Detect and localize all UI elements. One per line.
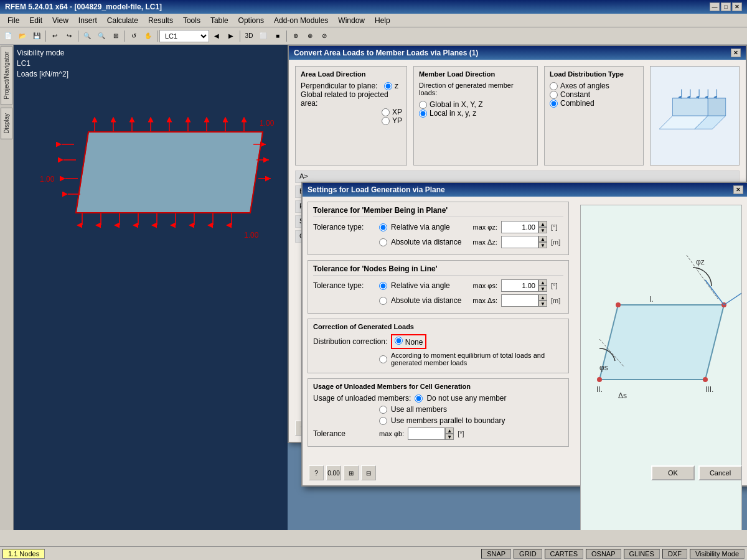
svg-marker-41 — [599, 305, 724, 380]
svg-marker-0 — [76, 132, 263, 213]
tb-pan[interactable]: ✋ — [141, 29, 155, 43]
deltas-up-btn[interactable]: ▲ — [538, 294, 547, 301]
phib-up-btn[interactable]: ▲ — [445, 427, 454, 434]
tb-more2[interactable]: ⊗ — [303, 29, 317, 43]
radio-global-xyz[interactable] — [419, 101, 427, 109]
radio-use-parallel[interactable] — [379, 417, 387, 425]
sub-ok-button[interactable]: OK — [651, 465, 695, 480]
radio-yp[interactable] — [382, 117, 390, 125]
radio-do-not-use[interactable] — [415, 394, 423, 403]
max-deltaz-input[interactable] — [501, 236, 538, 248]
tb-undo[interactable]: ↩ — [48, 29, 62, 43]
main-dialog-titlebar[interactable]: Convert Area Loads to Member Loads via P… — [289, 46, 746, 60]
radio-constant[interactable] — [550, 91, 558, 99]
menu-table[interactable]: Table — [205, 15, 233, 26]
max-phiz-input[interactable] — [501, 221, 538, 233]
label-do-not-use: Do not use any member — [426, 394, 506, 403]
deltaz-up-btn[interactable]: ▲ — [538, 236, 547, 242]
phis-down-btn[interactable]: ▼ — [538, 286, 547, 292]
tolerance-plane-section: Tolerance for 'Member Being in Plane' To… — [308, 202, 569, 255]
menu-file[interactable]: File — [2, 15, 24, 26]
status-grid[interactable]: GRID — [514, 549, 542, 559]
status-glines[interactable]: GLINES — [624, 549, 660, 559]
radio-combined[interactable] — [550, 100, 558, 108]
svg-text:φs: φs — [599, 363, 608, 372]
sub-dialog-body: Tolerance for 'Member Being in Plane' To… — [303, 197, 747, 457]
member-load-direction-section: Member Load Direction Direction of gener… — [413, 66, 538, 166]
maximize-btn[interactable]: □ — [721, 2, 731, 11]
project-navigator-tab[interactable]: Project/Navigator — [1, 46, 12, 105]
tb-redo[interactable]: ↪ — [62, 29, 76, 43]
phis-up-btn[interactable]: ▲ — [538, 279, 547, 286]
menu-window[interactable]: Window — [333, 15, 370, 26]
svg-point-51 — [703, 377, 708, 382]
tb-next[interactable]: ▶ — [224, 29, 238, 43]
menu-calculate[interactable]: Calculate — [102, 15, 143, 26]
sub-dialog-titlebar[interactable]: Settings for Load Generation via Plane ✕ — [303, 183, 747, 197]
menu-help[interactable]: Help — [370, 15, 395, 26]
radio-plane-absolute[interactable] — [379, 238, 387, 246]
radio-nodes-relative[interactable] — [379, 282, 387, 290]
radio-z[interactable] — [384, 82, 392, 90]
deltaz-down-btn[interactable]: ▼ — [538, 242, 547, 248]
tb-zoom-out[interactable]: 🔍 — [95, 29, 108, 43]
local-xyz-row: Local in x, y, z — [419, 109, 532, 118]
menu-insert[interactable]: Insert — [73, 15, 102, 26]
tb-open[interactable]: 📂 — [16, 29, 29, 43]
menu-results[interactable]: Results — [143, 15, 178, 26]
radio-nodes-absolute[interactable] — [379, 297, 387, 305]
deltas-down-btn[interactable]: ▼ — [538, 301, 547, 307]
svg-marker-32 — [673, 98, 708, 116]
label-nodes-absolute: Absolute via distance — [391, 296, 461, 305]
tb-zoom-all[interactable]: ⊞ — [109, 29, 123, 43]
tb-more1[interactable]: ⊕ — [289, 29, 303, 43]
usage-title: Usage of Unloaded Members for Cell Gener… — [313, 383, 563, 390]
deltas-spinbox-btns: ▲ ▼ — [538, 294, 547, 307]
sub-help-btn[interactable]: ? — [309, 465, 324, 480]
tb-3d[interactable]: 3D — [242, 29, 256, 43]
menu-tools[interactable]: Tools — [178, 15, 205, 26]
max-deltas-input[interactable] — [501, 294, 538, 307]
tb-render[interactable]: ■ — [271, 29, 284, 43]
label-z: z — [395, 82, 398, 90]
phiz-down-btn[interactable]: ▼ — [538, 227, 547, 233]
status-osnap[interactable]: OSNAP — [586, 549, 621, 559]
radio-moment[interactable] — [379, 355, 387, 363]
tb-rotate[interactable]: ↺ — [127, 29, 141, 43]
tb-new[interactable]: 📄 — [1, 29, 15, 43]
menu-view[interactable]: View — [47, 15, 73, 26]
menu-addon[interactable]: Add-on Modules — [269, 15, 333, 26]
sub-remove-btn[interactable]: ⊟ — [361, 465, 376, 480]
sub-cancel-button[interactable]: Cancel — [698, 465, 742, 480]
radio-use-all[interactable] — [379, 406, 387, 414]
max-phib-input[interactable] — [408, 427, 445, 440]
status-snap[interactable]: SNAP — [481, 549, 511, 559]
display-tab[interactable]: Display — [1, 108, 12, 139]
status-dxf[interactable]: DXF — [662, 549, 687, 559]
radio-none[interactable] — [395, 337, 403, 345]
tb-zoom-in[interactable]: 🔍 — [80, 29, 94, 43]
area-row-a: A> — [295, 170, 740, 183]
minimize-btn[interactable]: — — [710, 2, 720, 11]
lc-combo[interactable]: LC1 — [159, 30, 209, 42]
tb-save[interactable]: 💾 — [30, 29, 44, 43]
menu-edit[interactable]: Edit — [24, 15, 47, 26]
radio-axes-angles[interactable] — [550, 82, 558, 90]
main-dialog-close[interactable]: ✕ — [731, 49, 741, 57]
phiz-up-btn[interactable]: ▲ — [538, 221, 547, 227]
sub-add-btn[interactable]: ⊞ — [344, 465, 359, 480]
sub-dialog-close[interactable]: ✕ — [733, 185, 743, 194]
tb-more3[interactable]: ⊘ — [317, 29, 331, 43]
close-btn[interactable]: ✕ — [732, 2, 742, 11]
radio-local-xyz[interactable] — [419, 110, 427, 118]
status-cartes[interactable]: CARTES — [545, 549, 583, 559]
deltaz-unit: [m] — [551, 238, 563, 246]
phib-down-btn[interactable]: ▼ — [445, 434, 454, 440]
sub-num-btn[interactable]: 0.00 — [326, 465, 341, 480]
tb-prev[interactable]: ◀ — [210, 29, 223, 43]
max-phis-input[interactable] — [501, 279, 538, 292]
radio-plane-relative[interactable] — [379, 223, 387, 231]
radio-xp[interactable] — [382, 108, 390, 116]
menu-options[interactable]: Options — [233, 15, 269, 26]
tb-wire[interactable]: ⬜ — [256, 29, 270, 43]
